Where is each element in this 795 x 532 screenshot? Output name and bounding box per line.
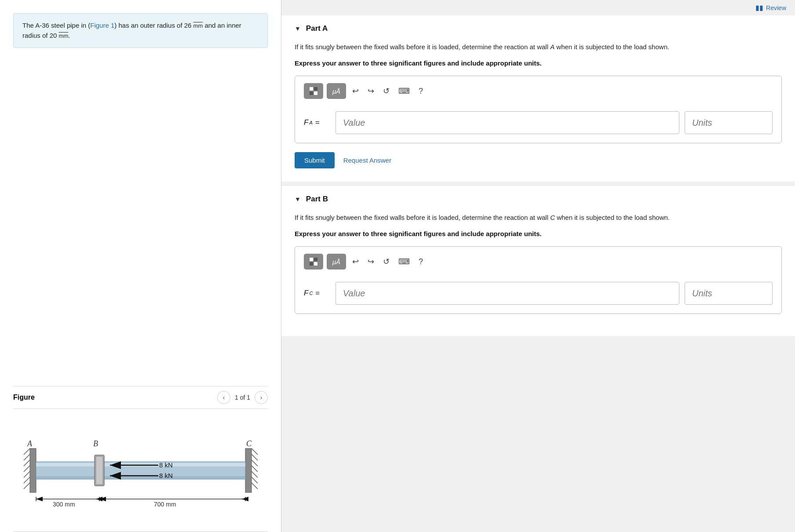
svg-rect-42	[314, 87, 317, 91]
svg-rect-43	[310, 91, 313, 95]
svg-text:8 kN: 8 kN	[159, 461, 173, 469]
svg-rect-47	[310, 262, 313, 266]
svg-line-3	[24, 460, 30, 466]
svg-line-10	[252, 454, 258, 460]
part-b-title: Part B	[306, 195, 328, 204]
redo-button[interactable]: ↪	[365, 84, 377, 98]
figure-prev-button[interactable]: ‹	[217, 391, 230, 404]
mm-unit-1: mm	[193, 22, 203, 29]
part-a-collapse-arrow[interactable]: ▼	[295, 25, 301, 32]
part-b-units-input[interactable]	[685, 282, 773, 305]
svg-text:8 kN: 8 kN	[159, 472, 173, 479]
svg-text:C: C	[246, 439, 252, 448]
part-a-submit-button[interactable]: Submit	[295, 152, 335, 168]
part-a-section: ▼ Part A If it fits snugly between the f…	[281, 15, 795, 182]
review-label: Review	[766, 4, 786, 11]
svg-rect-0	[30, 448, 36, 492]
figure-section: Figure ‹ 1 of 1 ›	[13, 386, 268, 532]
svg-line-6	[24, 477, 30, 483]
figure-count: 1 of 1	[235, 394, 250, 401]
review-bar: ▮▮ Review	[281, 0, 795, 15]
svg-line-11	[252, 460, 258, 466]
keyboard-button[interactable]: ⌨	[396, 84, 412, 98]
review-icon: ▮▮	[755, 4, 763, 12]
matrix-icon	[309, 86, 318, 96]
part-b-input-row: FC =	[304, 282, 773, 305]
svg-rect-48	[314, 262, 317, 266]
help-button[interactable]: ?	[416, 85, 426, 98]
svg-line-2	[24, 454, 30, 460]
part-b-express-note: Express your answer to three significant…	[295, 230, 782, 237]
part-a-request-answer-link[interactable]: Request Answer	[343, 157, 391, 164]
svg-rect-41	[310, 87, 313, 91]
figure-title: Figure	[13, 394, 35, 401]
part-a-title: Part A	[306, 24, 328, 33]
part-b-refresh-button[interactable]: ↺	[380, 255, 392, 268]
matrix-tool-button[interactable]	[304, 83, 323, 99]
part-a-header: ▼ Part A	[295, 24, 782, 33]
part-a-units-input[interactable]	[685, 111, 773, 134]
svg-text:300 mm: 300 mm	[53, 501, 75, 508]
svg-line-13	[252, 471, 258, 477]
part-b-collapse-arrow[interactable]: ▼	[295, 196, 301, 203]
part-b-equation-label: FC =	[304, 289, 330, 298]
part-b-undo-button[interactable]: ↩	[350, 255, 361, 268]
part-a-value-input[interactable]	[336, 111, 679, 134]
mu-tool-button[interactable]: μÅ	[327, 83, 346, 99]
part-a-equation-label: FA =	[304, 118, 330, 127]
right-panel: ▮▮ Review ▼ Part A If it fits snugly bet…	[281, 0, 795, 532]
svg-rect-44	[314, 91, 317, 95]
part-a-toolbar: μÅ ↩ ↪ ↺ ⌨ ?	[304, 83, 773, 104]
pipe-diagram: A B C 8 kN 8 kN 300 mm 700 mm	[18, 413, 264, 528]
svg-rect-20	[96, 456, 103, 485]
figure-image: A B C 8 kN 8 kN 300 mm 700 mm	[13, 409, 268, 532]
svg-text:B: B	[93, 439, 98, 448]
figure-link[interactable]: Figure 1	[90, 22, 114, 29]
part-b-description: If it fits snugly between the fixed wall…	[295, 212, 782, 223]
figure-next-button[interactable]: ›	[255, 391, 268, 404]
svg-line-1	[24, 448, 30, 455]
svg-rect-46	[314, 258, 317, 261]
part-a-description: If it fits snugly between the fixed wall…	[295, 42, 782, 52]
problem-text-1: The A-36 steel pipe in (	[22, 22, 90, 29]
svg-line-7	[24, 483, 30, 489]
svg-text:A: A	[27, 439, 33, 448]
part-b-matrix-tool-button[interactable]	[304, 254, 323, 270]
part-b-matrix-icon	[309, 257, 318, 266]
undo-button[interactable]: ↩	[350, 84, 361, 98]
part-a-input-row: FA =	[304, 111, 773, 134]
problem-description: The A-36 steel pipe in (Figure 1) has an…	[13, 13, 268, 48]
problem-text-2: ) has an outer radius of 26	[114, 22, 193, 29]
figure-nav: ‹ 1 of 1 ›	[217, 391, 268, 404]
review-link[interactable]: ▮▮ Review	[755, 4, 786, 12]
figure-header: Figure ‹ 1 of 1 ›	[13, 386, 268, 409]
part-a-express-note: Express your answer to three significant…	[295, 59, 782, 67]
part-b-section: ▼ Part B If it fits snugly between the f…	[281, 186, 795, 336]
part-b-toolbar: μÅ ↩ ↪ ↺ ⌨ ?	[304, 254, 773, 275]
svg-rect-18	[36, 476, 245, 479]
svg-line-9	[252, 448, 258, 455]
svg-line-14	[252, 477, 258, 483]
problem-text-4: .	[68, 32, 70, 39]
part-b-keyboard-button[interactable]: ⌨	[396, 255, 412, 268]
part-b-answer-box: μÅ ↩ ↪ ↺ ⌨ ? FC =	[295, 246, 782, 314]
part-b-header: ▼ Part B	[295, 195, 782, 204]
part-b-mu-tool-button[interactable]: μÅ	[327, 254, 346, 270]
svg-line-5	[24, 471, 30, 477]
svg-line-12	[252, 466, 258, 472]
svg-line-4	[24, 466, 30, 472]
part-b-redo-button[interactable]: ↪	[365, 255, 377, 268]
refresh-button[interactable]: ↺	[380, 84, 392, 98]
part-b-help-button[interactable]: ?	[416, 255, 426, 268]
part-a-answer-box: μÅ ↩ ↪ ↺ ⌨ ? FA =	[295, 76, 782, 143]
svg-rect-8	[245, 448, 252, 492]
svg-text:700 mm: 700 mm	[154, 501, 176, 508]
left-panel: The A-36 steel pipe in (Figure 1) has an…	[0, 0, 281, 532]
svg-line-15	[252, 483, 258, 489]
part-a-action-row: Submit Request Answer	[295, 152, 782, 168]
part-b-value-input[interactable]	[336, 282, 679, 305]
mm-unit-2: mm	[59, 33, 69, 39]
svg-rect-45	[310, 258, 313, 261]
